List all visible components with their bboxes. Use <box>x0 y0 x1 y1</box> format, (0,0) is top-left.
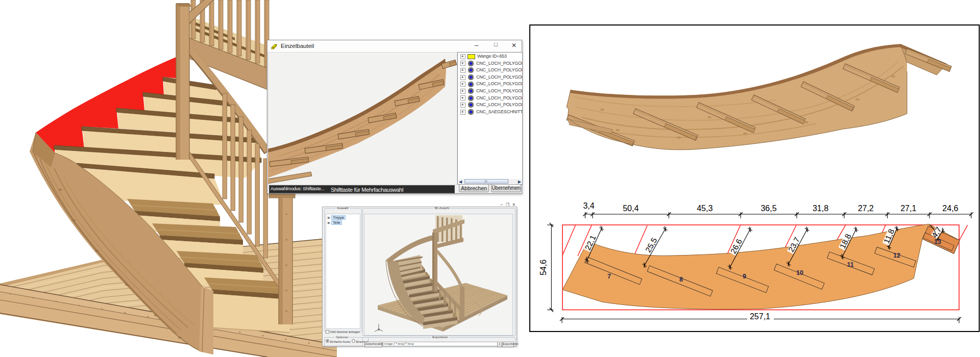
svg-text:27,1: 27,1 <box>900 204 916 213</box>
svg-text:7: 7 <box>607 273 611 280</box>
svg-text:54,6: 54,6 <box>539 260 548 275</box>
svg-text:24,6: 24,6 <box>942 204 958 213</box>
svg-text:31,8: 31,8 <box>813 204 828 213</box>
svg-text:27,2: 27,2 <box>858 204 874 213</box>
svg-text:12: 12 <box>893 252 900 259</box>
svg-text:45,3: 45,3 <box>697 204 713 213</box>
svg-text:13: 13 <box>934 238 941 245</box>
svg-text:8: 8 <box>679 276 683 283</box>
svg-text:9: 9 <box>743 273 746 280</box>
svg-text:10: 10 <box>796 269 803 276</box>
svg-text:36,5: 36,5 <box>761 204 776 213</box>
svg-text:50,4: 50,4 <box>623 204 639 213</box>
svg-text:257,1: 257,1 <box>750 312 770 321</box>
svg-text:11: 11 <box>847 261 853 268</box>
svg-text:3,4: 3,4 <box>583 201 594 210</box>
